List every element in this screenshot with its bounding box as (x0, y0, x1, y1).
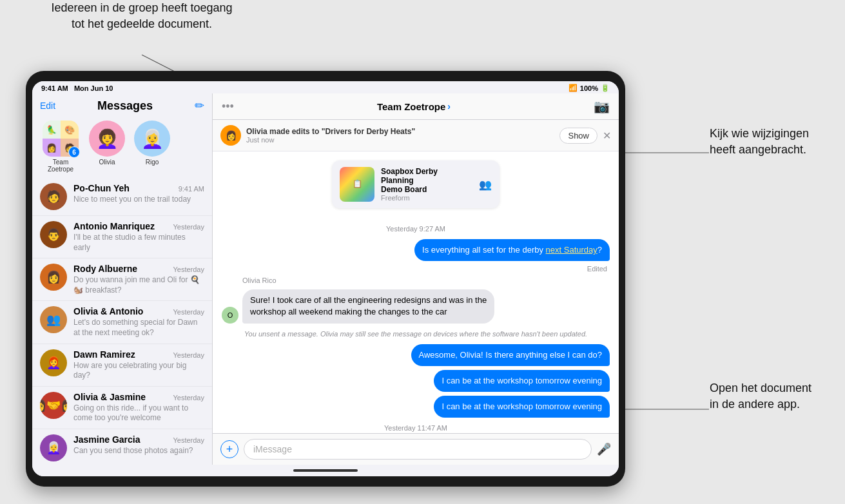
message-bubble: Sure! I took care of all the engineering… (242, 289, 494, 323)
conv-item-dawn-ramirez[interactable]: 👩‍🦰 Dawn Ramirez Yesterday How are you c… (32, 344, 212, 387)
home-indicator (32, 465, 619, 476)
messages-header: Edit Messages ✏ (32, 93, 212, 117)
chat-title-chevron[interactable]: › (447, 101, 451, 111)
ipad-frame: 9:41 AM Mon Jun 10 📶 100% 🔋 Edit Message… (26, 71, 625, 487)
more-options-button[interactable]: ••• (222, 100, 234, 113)
home-bar (293, 469, 358, 472)
timestamp-label: Yesterday 11:47 AM (222, 424, 610, 432)
doc-info: Soapbox Derby PlanningDemo Board Freefor… (381, 167, 472, 202)
pinned-team-zoetrope[interactable]: 🦜 🎨 👩 🧑 6 Team Zoetrope (41, 121, 80, 173)
annotation-right-top: Kijk wie wijzigingen heeft aangebracht. (710, 126, 839, 158)
conv-item[interactable]: 🧑 Po-Chun Yeh 9:41 AM Nice to meet you o… (32, 178, 212, 216)
wifi-icon: 📶 (568, 84, 578, 92)
pinned-label-team-zoetrope: Team Zoetrope (41, 159, 80, 173)
edit-button[interactable]: Edit (40, 101, 55, 111)
chat-panel: ••• Team Zoetrope › 📷 👩 Olivia made edit… (213, 93, 619, 465)
message-bubble: Awesome, Olivia! Is there anything else … (411, 344, 610, 366)
message-row-received: O Sure! I took care of all the engineeri… (222, 289, 610, 323)
conv-item[interactable]: 👨 Antonio Manriquez Yesterday I'll be at… (32, 216, 212, 258)
messages-list: Edit Messages ✏ 🦜 🎨 👩 🧑 (32, 93, 213, 465)
ipad-screen: 9:41 AM Mon Jun 10 📶 100% 🔋 Edit Message… (32, 81, 619, 476)
message-bubble: I can be at the workshop tomorrow evenin… (434, 370, 610, 392)
doc-subtitle: Freeform (381, 194, 472, 202)
shared-doc-area: 📋 Soapbox Derby PlanningDemo Board Freef… (213, 151, 619, 217)
status-time: 9:41 AM Mon Jun 10 (41, 84, 113, 92)
conv-item[interactable]: 👩‍🦳 Jasmine Garcia Yesterday Can you sen… (32, 429, 212, 465)
notif-close-button[interactable]: ✕ (603, 130, 611, 142)
pinned-olivia[interactable]: 👩‍🦱 Olivia (89, 121, 125, 173)
conversation-list: 🧑 Po-Chun Yeh 9:41 AM Nice to meet you o… (32, 178, 212, 465)
unsent-notice: You unsent a message. Olivia may still s… (222, 330, 610, 338)
pinned-contacts: 🦜 🎨 👩 🧑 6 Team Zoetrope 👩‍🦱 (32, 117, 212, 178)
message-row-sent: Is everything all set for the derby next… (222, 239, 610, 261)
mic-button[interactable]: 🎤 (597, 442, 611, 456)
shared-doc-card[interactable]: 📋 Soapbox Derby PlanningDemo Board Freef… (332, 160, 500, 208)
message-row-sent: I can be at the workshop tomorrow evenin… (222, 396, 610, 418)
status-right: 📶 100% 🔋 (568, 84, 610, 92)
messages-title: Messages (97, 99, 153, 113)
conv-item[interactable]: 👥 Olivia & Antonio Yesterday Let's do so… (32, 301, 212, 344)
notif-text: Olivia made edits to "Drivers for Derby … (246, 127, 554, 144)
message-input[interactable]: iMessage (244, 439, 592, 460)
compose-button[interactable]: ✏ (195, 99, 204, 113)
battery-icon: 🔋 (601, 84, 610, 92)
message-bubble: I can be at the workshop tomorrow evenin… (434, 396, 610, 418)
annotation-top: Iedereen in de groep heeft toegang tot h… (39, 0, 245, 32)
sender-avatar: O (222, 307, 238, 324)
pinned-rigo[interactable]: 👩‍🦳 Rigo (134, 121, 170, 173)
sender-name-label: Olivia Rico (242, 276, 610, 284)
pinned-label-rigo: Rigo (146, 159, 159, 166)
conv-item[interactable]: 👩‍🤝‍👩 Olivia & Jasmine Yesterday Going o… (32, 387, 212, 429)
timestamp-label: Yesterday 9:27 AM (222, 225, 610, 233)
chat-header: ••• Team Zoetrope › 📷 (213, 93, 619, 120)
notification-banner: 👩 Olivia made edits to "Drivers for Derb… (213, 120, 619, 151)
message-bubble: Is everything all set for the derby next… (414, 239, 610, 261)
edited-label: Edited (222, 265, 607, 273)
notif-show-button[interactable]: Show (559, 128, 597, 144)
conv-item[interactable]: 👩 Rody Albuerne Yesterday Do you wanna j… (32, 258, 212, 301)
chat-input-bar: + iMessage 🎤 (213, 433, 619, 465)
message-row-sent: I can be at the workshop tomorrow evenin… (222, 370, 610, 392)
add-attachment-button[interactable]: + (220, 440, 238, 458)
notif-avatar: 👩 (220, 125, 241, 146)
doc-thumbnail: 📋 (340, 167, 374, 202)
main-content: Edit Messages ✏ 🦜 🎨 👩 🧑 (32, 93, 619, 465)
chat-messages: Yesterday 9:27 AM Is everything all set … (213, 217, 619, 433)
annotation-right-bottom: Open het document in de andere app. (710, 380, 839, 412)
message-row-sent: Awesome, Olivia! Is there anything else … (222, 344, 610, 366)
doc-group-icon: 👥 (479, 179, 492, 191)
status-bar: 9:41 AM Mon Jun 10 📶 100% 🔋 (32, 81, 619, 93)
battery-label: 100% (580, 84, 598, 92)
chat-title: Team Zoetrope › (377, 101, 451, 112)
badge-team-zoetrope: 6 (68, 146, 80, 158)
pinned-label-olivia: Olivia (99, 159, 115, 166)
video-call-button[interactable]: 📷 (594, 99, 610, 114)
doc-title: Soapbox Derby PlanningDemo Board (381, 167, 472, 194)
